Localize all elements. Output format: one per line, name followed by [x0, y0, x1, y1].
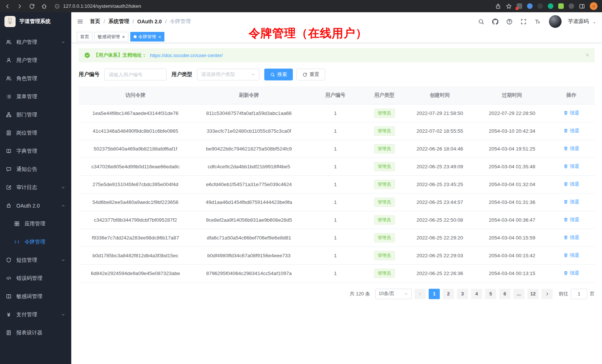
page-size-select[interactable]: 10条/页 — [375, 289, 412, 299]
user-id-label: 用户编号 — [79, 71, 99, 78]
shield-icon — [6, 257, 12, 263]
close-icon[interactable]: × — [122, 34, 125, 39]
fullscreen-button[interactable] — [518, 16, 529, 27]
force-logout-button[interactable]: 强退 — [563, 110, 579, 116]
force-logout-button[interactable]: 强退 — [563, 181, 579, 188]
user-name[interactable]: 芋道源码 — [568, 18, 589, 25]
address-bar[interactable]: 127.0.0.1:1024/system/oauth2/token — [55, 3, 495, 9]
extension-icon[interactable] — [517, 3, 522, 9]
user-id-cell: 1 — [306, 193, 365, 211]
extension-icon[interactable] — [548, 3, 553, 9]
expire-time-cell: 2054-03-04 00:36:47 — [476, 211, 548, 229]
sidebar-item-oauth[interactable]: OAuth 2.0 — [0, 196, 71, 215]
user-id-input[interactable] — [104, 69, 167, 80]
forward-icon[interactable] — [17, 3, 23, 9]
breadcrumb-item-oauth[interactable]: OAuth 2.0 — [137, 19, 162, 24]
sidebar-item-audit-log[interactable]: 审计日志 — [0, 178, 71, 196]
tab-token-management[interactable]: 令牌管理 × — [130, 32, 165, 42]
sidebar-item-post[interactable]: 岗位管理 — [0, 124, 71, 142]
breadcrumb-item-system[interactable]: 系统管理 — [108, 18, 129, 25]
sidebar-item-user[interactable]: 用户管理 — [0, 51, 71, 69]
refresh-token-cell: e6cfd40eb1f54571a31e775e039c4624 — [192, 175, 306, 193]
close-icon[interactable]: × — [158, 34, 161, 39]
font-size-button[interactable] — [532, 16, 543, 27]
question-icon — [506, 19, 513, 25]
reset-button[interactable]: 重置 — [297, 69, 325, 80]
search-button[interactable]: 搜索 — [264, 69, 293, 80]
trash-icon — [563, 164, 568, 169]
extension-icon[interactable] — [558, 3, 564, 9]
active-tab-dot — [134, 35, 137, 38]
force-logout-button[interactable]: 强退 — [563, 270, 579, 277]
page-button-4[interactable]: 4 — [471, 289, 482, 299]
tenant-icon — [6, 39, 12, 45]
force-logout-button[interactable]: 强退 — [563, 145, 579, 152]
page-button-2[interactable]: 2 — [443, 289, 454, 299]
sidebar-item-error-code[interactable]: 错误码管理 — [0, 269, 71, 287]
prev-page-button[interactable] — [415, 289, 426, 299]
extension-icon[interactable] — [537, 3, 543, 9]
browser-profile-avatar[interactable] — [590, 2, 598, 10]
help-button[interactable] — [504, 16, 515, 27]
sidebar-item-label: 字典管理 — [16, 148, 37, 155]
bookmark-star-icon[interactable] — [506, 3, 512, 9]
share-icon[interactable] — [495, 3, 501, 9]
sidebar-item-sensitive-words[interactable]: 敏感词管理 — [0, 287, 71, 305]
sidebar-subitem-token-management[interactable]: 令牌管理 — [0, 233, 71, 251]
sidebar-item-sms[interactable]: 短信管理 — [0, 251, 71, 269]
jump-page-input[interactable] — [571, 289, 587, 299]
home-icon[interactable] — [41, 3, 47, 9]
page-button-1[interactable]: 1 — [429, 289, 440, 299]
force-logout-button[interactable]: 强退 — [563, 128, 579, 134]
page-ellipsis-button[interactable]: ... — [513, 289, 524, 299]
sidebar-item-report-designer[interactable]: 报表设计器 — [0, 324, 71, 342]
sidebar-subitem-app-management[interactable]: 应用管理 — [0, 215, 71, 233]
user-type-select[interactable]: 请选择用户类型 — [197, 69, 259, 80]
extension-icon[interactable] — [569, 3, 574, 9]
page-button-3[interactable]: 3 — [457, 289, 468, 299]
doc-link[interactable]: https://doc.iocoder.cn/user-center/ — [150, 53, 223, 58]
split-screen-icon[interactable] — [579, 3, 585, 9]
expire-time-cell: 2054-03-04 00:15:59 — [476, 229, 548, 246]
page-button-5[interactable]: 5 — [485, 289, 496, 299]
access-token-cell: 275e5de9151045fe87cbdc395e004f4d — [79, 175, 192, 193]
create-time-cell: 2022-07-29 21:58:50 — [404, 104, 476, 122]
sidebar-item-label: 报表设计器 — [16, 330, 42, 336]
github-button[interactable] — [490, 16, 501, 27]
header-search-button[interactable] — [475, 16, 487, 27]
app-logo[interactable]: 芋道管理系统 — [0, 12, 71, 31]
caret-down-icon[interactable] — [592, 21, 596, 25]
back-icon[interactable] — [4, 3, 10, 9]
document-icon — [6, 330, 12, 335]
force-logout-button[interactable]: 强退 — [563, 234, 579, 241]
sidebar-item-dict[interactable]: 字典管理 — [0, 142, 71, 160]
breadcrumb-item-home[interactable]: 首页 — [90, 18, 100, 25]
tab-home[interactable]: 首页 — [77, 32, 92, 42]
user-avatar[interactable] — [549, 15, 562, 28]
site-info-icon[interactable] — [55, 4, 60, 9]
force-logout-label: 强退 — [570, 234, 579, 241]
trash-icon — [563, 110, 568, 115]
extension-icon[interactable] — [527, 3, 533, 9]
sidebar-item-notice[interactable]: 通知公告 — [0, 160, 71, 178]
next-page-button[interactable] — [542, 289, 553, 299]
expire-time-cell: 2054-03-04 01:35:48 — [476, 158, 548, 175]
force-logout-button[interactable]: 强退 — [563, 216, 579, 223]
force-logout-button[interactable]: 强退 — [563, 252, 579, 259]
page-button-6[interactable]: 6 — [499, 289, 510, 299]
sidebar-item-payment[interactable]: ¥ 支付管理 — [0, 305, 71, 324]
sidebar-item-dept[interactable]: 部门管理 — [0, 106, 71, 124]
user-icon — [6, 57, 12, 63]
sidebar-item-menu[interactable]: 菜单管理 — [0, 87, 71, 106]
force-logout-button[interactable]: 强退 — [563, 199, 579, 205]
refresh-icon[interactable] — [29, 3, 35, 9]
force-logout-button[interactable]: 强退 — [563, 163, 579, 170]
page-size-value: 10条/页 — [379, 291, 394, 297]
create-time-cell: 2022-06-25 23:44:57 — [404, 193, 476, 211]
sidebar-item-tenant[interactable]: 租户管理 — [0, 33, 71, 51]
tab-sensitive-words[interactable]: 敏感词管理 × — [94, 32, 128, 42]
sidebar-item-role[interactable]: 角色管理 — [0, 69, 71, 87]
close-icon[interactable]: × — [586, 52, 589, 59]
page-button-12[interactable]: 12 — [527, 289, 539, 299]
collapse-sidebar-icon[interactable] — [77, 18, 84, 25]
